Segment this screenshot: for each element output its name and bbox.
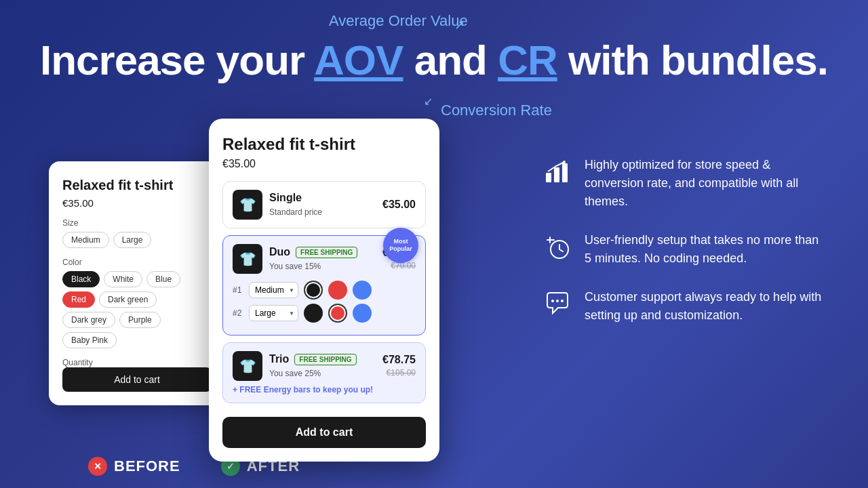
single-tshirt-icon: 👕: [233, 190, 262, 220]
before-add-to-cart[interactable]: Add to cart: [62, 367, 212, 392]
duo-name: Duo: [269, 246, 290, 258]
color-black[interactable]: Black: [62, 271, 100, 287]
trio-price-original: €105.00: [387, 368, 416, 378]
color-dark-grey[interactable]: Dark grey: [62, 312, 115, 328]
duo-savings: You save 15%: [269, 262, 321, 271]
svg-rect-2: [562, 163, 568, 182]
before-label: BEFORE: [114, 458, 180, 475]
color-white[interactable]: White: [104, 271, 142, 287]
svg-point-5: [551, 300, 554, 302]
single-info: Single Standard price: [269, 192, 376, 218]
headline-part2: and: [403, 37, 498, 83]
trio-extra: + FREE Energy bars to keep you up!: [233, 385, 416, 394]
headline-cr: CR: [498, 37, 557, 83]
color-purple[interactable]: Purple: [119, 312, 161, 328]
duo-info: Duo FREE SHIPPING You save 15%: [269, 246, 376, 272]
after-title: Relaxed fit t-shirt: [222, 135, 426, 154]
row1-size-select[interactable]: Medium Large Small: [249, 282, 298, 298]
row2-label: #2: [233, 308, 243, 318]
features-panel: Highly optimized for store speed & conve…: [542, 156, 827, 345]
cr-arrow-icon: ↙: [424, 95, 433, 108]
duo-row-1: #1 Medium Large Small: [233, 281, 416, 300]
row1-color-red[interactable]: [328, 281, 347, 300]
size-label: Size: [62, 218, 212, 228]
color-dark-green[interactable]: Dark green: [99, 291, 157, 308]
after-add-to-cart[interactable]: Add to cart: [222, 417, 426, 448]
before-title: Relaxed fit t-shirt: [62, 178, 212, 193]
cr-annotation: Conversion Rate: [441, 102, 552, 119]
main-headline: Increase your AOV and CR with bundles.: [0, 37, 868, 83]
bundle-single[interactable]: 👕 Single Standard price €35.00: [222, 181, 426, 228]
svg-rect-1: [554, 167, 559, 182]
chat-icon: [542, 289, 572, 319]
row2-color-blue[interactable]: [353, 304, 372, 323]
feature-1-text: Highly optimized for store speed & conve…: [585, 156, 827, 211]
duo-tshirt-icon: 👕: [233, 244, 262, 274]
svg-rect-0: [546, 173, 551, 182]
aov-annotation: Average Order Value: [329, 12, 468, 30]
row1-color-black[interactable]: [304, 281, 323, 300]
feature-3: Customer support always ready to help wi…: [542, 288, 827, 325]
single-price: €35.00: [382, 199, 416, 211]
color-options: Black White Blue Red Dark green Dark gre…: [62, 271, 212, 348]
after-card: Relaxed fit t-shirt €35.00 👕 Single Stan…: [209, 119, 439, 462]
before-card: Relaxed fit t-shirt €35.00 Size Medium L…: [49, 161, 225, 405]
single-subtitle: Standard price: [269, 207, 322, 217]
row2-size-select[interactable]: Large Medium Small: [249, 305, 298, 321]
feature-1: Highly optimized for store speed & conve…: [542, 156, 827, 211]
quantity-label: Quantity: [62, 358, 212, 367]
color-blue[interactable]: Blue: [146, 271, 180, 287]
svg-point-3: [563, 161, 566, 163]
size-medium[interactable]: Medium: [62, 232, 109, 248]
trio-price: €78.75 €105.00: [382, 354, 416, 378]
size-large[interactable]: Large: [113, 232, 152, 248]
bundle-trio[interactable]: 👕 Trio FREE SHIPPING You save 25% €78.75…: [222, 342, 426, 403]
size-options: Medium Large: [62, 232, 212, 248]
feature-2-text: User-friendly setup that takes no more t…: [585, 231, 827, 268]
trio-savings: You save 25%: [269, 369, 321, 378]
before-price: €35.00: [62, 197, 212, 209]
duo-color-selectors: #1 Medium Large Small #2 Large: [233, 281, 416, 323]
chart-icon: [542, 157, 572, 187]
trio-free-shipping-badge: FREE SHIPPING: [294, 354, 356, 365]
color-baby-pink[interactable]: Baby Pink: [62, 332, 117, 348]
row1-label: #1: [233, 285, 243, 295]
most-popular-badge: Most Popular: [383, 228, 418, 263]
after-price: €35.00: [222, 158, 426, 170]
duo-free-shipping-badge: FREE SHIPPING: [296, 247, 357, 258]
color-label: Color: [62, 258, 212, 267]
single-name: Single: [269, 192, 302, 204]
before-label-item: ✕ BEFORE: [88, 457, 180, 476]
bundle-duo[interactable]: Most Popular 👕 Duo FREE SHIPPING You sav…: [222, 235, 426, 336]
trio-tshirt-icon: 👕: [233, 351, 262, 381]
trio-info: Trio FREE SHIPPING You save 25%: [269, 353, 376, 379]
row1-color-blue[interactable]: [353, 281, 372, 300]
svg-point-6: [556, 300, 559, 302]
trio-price-current: €78.75: [382, 354, 416, 366]
headline-aov: AOV: [314, 37, 403, 83]
row2-size-wrapper: Large Medium Small: [249, 305, 298, 321]
before-icon: ✕: [88, 457, 107, 476]
duo-row-2: #2 Large Medium Small: [233, 304, 416, 323]
headline-part1: Increase your: [40, 37, 314, 83]
trio-name: Trio: [269, 353, 289, 365]
headline-part3: with bundles.: [557, 37, 828, 83]
svg-point-7: [561, 300, 564, 302]
bottom-labels: ✕ BEFORE ✓ AFTER: [0, 457, 868, 476]
row2-color-red[interactable]: [328, 304, 347, 323]
color-red[interactable]: Red: [62, 291, 95, 308]
row1-size-wrapper: Medium Large Small: [249, 282, 298, 298]
clock-icon: [542, 232, 572, 262]
row2-color-black[interactable]: [304, 304, 323, 323]
single-price-current: €35.00: [382, 199, 416, 211]
aov-arrow-icon: ↗: [454, 18, 465, 33]
feature-3-text: Customer support always ready to help wi…: [585, 288, 827, 325]
feature-2: User-friendly setup that takes no more t…: [542, 231, 827, 268]
